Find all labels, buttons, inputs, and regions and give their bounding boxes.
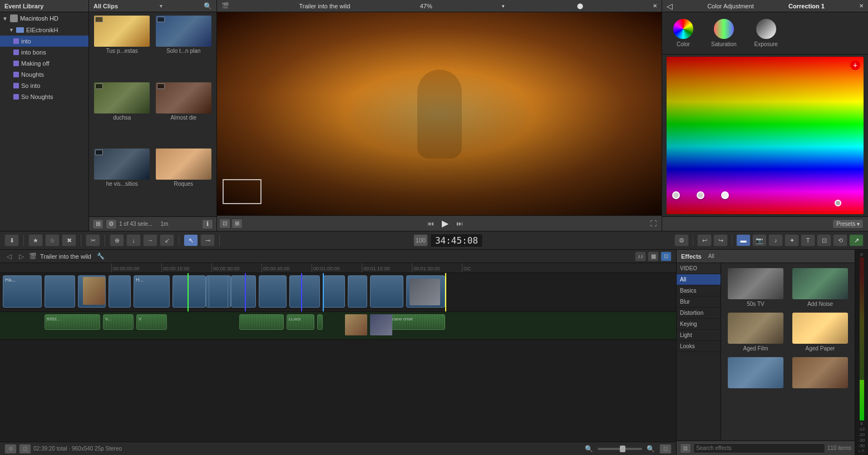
- clip-item-3[interactable]: Almost die: [154, 82, 214, 147]
- timeline-settings-icon[interactable]: 🔧: [97, 253, 105, 260]
- tree-item-noughts[interactable]: Noughts: [0, 69, 88, 80]
- tools-btn[interactable]: ⚙: [674, 234, 689, 246]
- clip-settings-btn[interactable]: ⚙: [106, 219, 117, 229]
- preview-selection-box[interactable]: [223, 179, 262, 204]
- video-clip-11[interactable]: [231, 275, 256, 308]
- effect-item-3[interactable]: Aged Paper: [789, 311, 851, 353]
- timecode-display[interactable]: 34:45:08: [430, 234, 483, 248]
- rating-btn-dislike[interactable]: ✖: [62, 234, 76, 246]
- clip-item-4[interactable]: he vis...sitios: [92, 149, 152, 213]
- color-tab-exposure[interactable]: Exposure: [750, 17, 782, 50]
- preview-close-icon[interactable]: ✕: [653, 3, 657, 9]
- zoom-out-icon[interactable]: 🔍: [585, 445, 593, 453]
- audio-track-content[interactable]: 6952... V... V: [0, 312, 676, 339]
- clip-item-0[interactable]: Tus p...estas: [92, 16, 152, 80]
- tree-item-electronikH[interactable]: ▼ ElEctronikH: [0, 24, 88, 36]
- timeline-info-btn[interactable]: ⊡: [659, 444, 672, 454]
- effects-all-btn[interactable]: All: [706, 253, 717, 260]
- select-tool-btn[interactable]: ↖: [184, 234, 198, 246]
- video-clip-14[interactable]: [323, 275, 345, 308]
- color-cursor-dot[interactable]: [835, 200, 841, 206]
- all-clips-dropdown-icon[interactable]: ▾: [160, 3, 162, 9]
- preview-forward-btn[interactable]: ⏭: [453, 218, 466, 229]
- effects-cat-keying[interactable]: Keying: [677, 319, 721, 330]
- audio-clip-6[interactable]: [317, 314, 323, 330]
- preview-safe-btn[interactable]: ⊞: [231, 219, 243, 229]
- clip-tool-btn[interactable]: ✂: [86, 234, 100, 246]
- slider-dot-3[interactable]: [721, 191, 729, 199]
- video-clip-2[interactable]: [45, 275, 75, 308]
- color-back-btn[interactable]: ◁: [667, 2, 673, 11]
- undo-btn[interactable]: ↩: [697, 234, 712, 246]
- audio-btn[interactable]: ♪: [768, 234, 783, 246]
- tree-item-so-into[interactable]: So into: [0, 80, 88, 91]
- effect-item-1[interactable]: Add Noise: [789, 266, 851, 309]
- audio-clip-2[interactable]: V...: [103, 314, 134, 330]
- effects-search-input[interactable]: [693, 443, 825, 453]
- timeline-zoom-btn[interactable]: ⊡: [660, 251, 672, 261]
- clip-item-5[interactable]: Roques: [154, 149, 214, 213]
- timeline-view-btn[interactable]: ⊡: [19, 444, 31, 454]
- insert-btn[interactable]: ↓: [126, 234, 141, 246]
- color-add-button[interactable]: +: [850, 60, 860, 70]
- append-btn[interactable]: →: [143, 234, 157, 246]
- effect-item-2[interactable]: Aged Film: [724, 311, 787, 353]
- timeline-settings-btn[interactable]: ⚙: [4, 444, 17, 454]
- clip-info-btn[interactable]: ℹ: [202, 219, 213, 229]
- zoom-thumb[interactable]: [620, 446, 625, 452]
- color-close-btn[interactable]: ✕: [859, 3, 864, 9]
- title-btn[interactable]: T: [801, 234, 815, 246]
- video-clip-16[interactable]: [370, 275, 403, 308]
- video-clip-1[interactable]: Ha...: [3, 275, 42, 308]
- tree-item-into[interactable]: into: [0, 36, 88, 47]
- video-clip-6[interactable]: [172, 275, 206, 308]
- zoom-dropdown-icon[interactable]: ▾: [502, 3, 505, 9]
- transition-btn[interactable]: ✦: [785, 234, 799, 246]
- trim-tool-btn[interactable]: ⊸: [200, 234, 215, 246]
- redo-btn[interactable]: ↪: [713, 234, 728, 246]
- color-tab-color[interactable]: Color: [669, 17, 698, 50]
- photo-btn[interactable]: 📷: [752, 234, 767, 246]
- color-tab-saturation[interactable]: Saturation: [707, 17, 741, 50]
- clip-view-btn[interactable]: ▬: [736, 234, 751, 246]
- timeline-back-btn[interactable]: ◁: [4, 252, 13, 261]
- clip-view-btn[interactable]: ⊞: [92, 219, 103, 229]
- preview-play-btn[interactable]: ▶: [439, 218, 451, 229]
- video-clip-4[interactable]: [108, 275, 131, 308]
- clip-item-2[interactable]: duchsa: [92, 82, 152, 147]
- timeline-audio-btn[interactable]: ♪♪: [635, 251, 646, 261]
- color-picker-area[interactable]: +: [667, 57, 864, 214]
- effects-cat-all[interactable]: All: [677, 274, 721, 285]
- rating-btn-like[interactable]: ☆: [45, 234, 60, 246]
- connect-btn[interactable]: ⊕: [110, 234, 124, 246]
- timeline-forward-btn[interactable]: ▷: [17, 252, 26, 261]
- effects-cat-looks[interactable]: Looks: [677, 341, 721, 352]
- preview-expand-icon[interactable]: ⬤: [577, 3, 583, 9]
- video-clip-15[interactable]: [348, 275, 367, 308]
- transform-btn[interactable]: ⟲: [833, 234, 847, 246]
- export-btn[interactable]: ↗: [849, 234, 864, 246]
- video-clip-13[interactable]: [289, 275, 320, 308]
- video-clip-10[interactable]: [209, 275, 228, 308]
- audio-clip-5[interactable]: LLocs: [287, 314, 314, 330]
- zoom-in-icon[interactable]: 🔍: [647, 445, 655, 453]
- video-clip-3[interactable]: [78, 275, 106, 308]
- effects-cat-distortion[interactable]: Distortion: [677, 308, 721, 319]
- effect-item-5[interactable]: [789, 355, 851, 392]
- video-clip-12[interactable]: [259, 275, 287, 308]
- preview-rewind-btn[interactable]: ⏮: [425, 218, 437, 229]
- effects-cat-light[interactable]: Light: [677, 330, 721, 341]
- tree-item-so-noughts[interactable]: So Noughts: [0, 91, 88, 102]
- slider-dot-1[interactable]: [672, 191, 680, 199]
- effects-cat-blur[interactable]: Blur: [677, 296, 721, 308]
- audio-clip-3[interactable]: V: [136, 314, 167, 330]
- tree-item-into-bons[interactable]: into bons: [0, 47, 88, 58]
- preview-fullscreen-btn[interactable]: ⛶: [647, 218, 659, 229]
- timeline-clip-btn[interactable]: ▦: [648, 251, 659, 261]
- video-clip-17[interactable]: [406, 275, 445, 308]
- slider-dot-2[interactable]: [697, 191, 704, 199]
- video-track-content[interactable]: Ha... H...: [0, 273, 676, 311]
- search-icon[interactable]: 🔍: [204, 2, 212, 10]
- effects-view-btn[interactable]: ⊡: [680, 443, 691, 453]
- tree-item-making-off[interactable]: Making off: [0, 58, 88, 69]
